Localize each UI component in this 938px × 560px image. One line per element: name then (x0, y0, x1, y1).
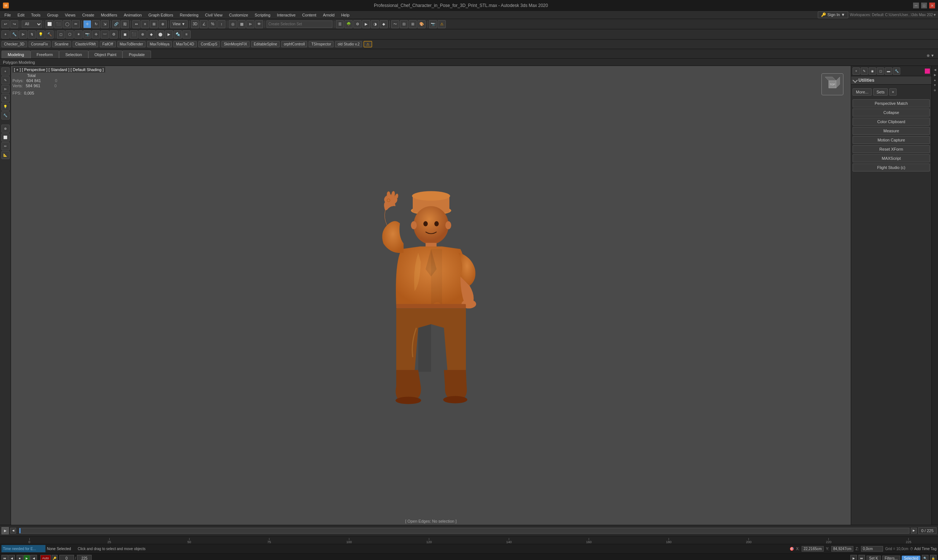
anim-play-btn[interactable]: ▶ (23, 555, 30, 560)
anim-last-btn[interactable]: ⏭ (858, 555, 865, 560)
rt-btn-3[interactable]: ▲ (932, 78, 938, 83)
active-shade-btn[interactable]: ◑ (371, 20, 379, 28)
anim-first-btn[interactable]: ⏮ (2, 555, 8, 560)
left-hier-btn[interactable]: ⊳ (2, 85, 9, 93)
systems-btn[interactable]: ⚙ (109, 31, 118, 38)
minimize-button[interactable]: ─ (913, 3, 919, 8)
helper-btn[interactable]: ✛ (92, 31, 100, 38)
dope-sheet-btn[interactable]: ⊟ (400, 20, 408, 28)
spinner-snap-btn[interactable]: ↕ (217, 20, 225, 28)
menu-customize[interactable]: Customize (226, 12, 251, 18)
render-setup-btn[interactable]: ⚙ (354, 20, 361, 28)
left-snap-btn[interactable]: ⊕ (2, 125, 9, 133)
utilities-tab-btn[interactable]: 🔨 (45, 31, 54, 38)
filters-btn[interactable]: Filters... (882, 555, 901, 560)
menu-create[interactable]: Create (79, 12, 97, 18)
sets-btn[interactable]: Sets (873, 88, 888, 95)
plugin-editablespline[interactable]: EditableSpline (251, 41, 280, 47)
menu-content[interactable]: Content (299, 12, 319, 18)
rp-edit-btn[interactable]: ✎ (861, 68, 868, 75)
link-btn[interactable]: 🔗 (112, 20, 120, 28)
close-button[interactable]: ✕ (929, 3, 935, 8)
shape-btn[interactable]: ⬡ (66, 31, 74, 38)
scene-explorer-btn[interactable]: 🌳 (344, 20, 353, 28)
motion-capture-btn[interactable]: Motion Capture (853, 136, 930, 144)
snap-3d-btn[interactable]: 3D (191, 20, 199, 28)
anim-auto-key-btn[interactable]: Auto (40, 555, 51, 560)
rt-btn-5[interactable]: ⊕ (932, 88, 938, 93)
display-btn[interactable]: 👁 (255, 20, 263, 28)
menu-animation[interactable]: Animation (121, 12, 145, 18)
snap2-btn[interactable]: ⊕ (138, 31, 147, 38)
warning-btn[interactable]: ⚠ (438, 20, 446, 28)
menu-help[interactable]: Help (338, 12, 353, 18)
view-dropdown-btn[interactable]: View ▼ (170, 20, 188, 28)
timeline-prev-btn[interactable]: ◀ (10, 528, 16, 534)
plugin-falloff[interactable]: FallOff (100, 41, 115, 47)
tab-populate[interactable]: Populate (122, 51, 151, 58)
hierarchy-btn[interactable]: ⊳ (246, 20, 254, 28)
light-btn[interactable]: ☀ (74, 31, 83, 38)
color-swatch[interactable] (925, 69, 930, 74)
reset-xform-btn[interactable]: Reset XForm (853, 145, 930, 153)
lock-btn[interactable]: 🔒 (930, 555, 936, 560)
isolate-btn[interactable]: ◎ (229, 20, 237, 28)
left-paint-btn[interactable]: ✏ (2, 142, 9, 150)
plugin-maxtoc4d[interactable]: MaxToC4D (174, 41, 197, 47)
menu-rendering[interactable]: Rendering (177, 12, 201, 18)
unlink-btn[interactable]: ⛓ (121, 20, 129, 28)
anim-stop-btn[interactable]: ■ (17, 555, 23, 560)
anim2-btn[interactable]: ▶ (165, 31, 173, 38)
menu-civil-view[interactable]: Civil View (202, 12, 225, 18)
plugin-warning[interactable]: ⚠ (364, 41, 372, 47)
anim-set-key-btn[interactable]: 🔑 (52, 555, 58, 560)
paint-select-btn[interactable]: ✏ (72, 20, 80, 28)
left-create-btn[interactable]: + (2, 68, 9, 75)
plugin-coronafix[interactable]: CoronaFix (29, 41, 51, 47)
create-btn[interactable]: + (2, 31, 9, 38)
plugin-contexps[interactable]: ContExpS (198, 41, 220, 47)
motion-btn[interactable]: ↯ (28, 31, 36, 38)
menu-file[interactable]: File (2, 12, 14, 18)
display-tab-btn[interactable]: 💡 (37, 31, 45, 38)
plugin-old-studio[interactable]: old Studio v.2 (335, 41, 362, 47)
left-modify-btn[interactable]: ✎ (2, 76, 9, 84)
select-move-btn[interactable]: ✛ (83, 20, 91, 28)
tab-modeling[interactable]: Modeling (2, 51, 31, 58)
left-measure-btn[interactable]: 📐 (2, 151, 9, 159)
menu-arnold[interactable]: Arnold (320, 12, 338, 18)
more-btn[interactable]: More... (853, 88, 872, 95)
scale-btn[interactable]: ⇲ (101, 20, 109, 28)
list-icon-btn[interactable]: ≡ (889, 88, 896, 95)
rotate-btn[interactable]: ↻ (92, 20, 100, 28)
menu-edit[interactable]: Edit (15, 12, 28, 18)
collapse-btn[interactable]: Collapse (853, 108, 930, 117)
plugin-orphfcontroll[interactable]: orphfControll (281, 41, 307, 47)
group-btn[interactable]: ▦ (238, 20, 246, 28)
mirror-btn[interactable]: ⇔ (132, 20, 140, 28)
spacing-btn[interactable]: ⊞ (150, 20, 158, 28)
menu-group[interactable]: Group (44, 12, 61, 18)
clone-btn[interactable]: ⊕ (159, 20, 167, 28)
rt-btn-1[interactable]: ◀ (932, 68, 938, 72)
anim-play-rev-btn[interactable]: ◀ (31, 555, 37, 560)
timeline-bar[interactable] (19, 528, 909, 534)
hierarchy-tab-btn[interactable]: ⊳ (19, 31, 27, 38)
layer-mgr-btn[interactable]: ☰ (336, 20, 344, 28)
rt-btn-4[interactable]: ▼ (932, 83, 938, 88)
rt-btn-2[interactable]: ▶ (932, 72, 938, 77)
modify-btn[interactable]: 🔧 (10, 31, 18, 38)
rp-bar-btn[interactable]: ▬ (885, 68, 892, 75)
color-clipboard-btn[interactable]: 🎨 (418, 20, 426, 28)
frame-input[interactable] (59, 555, 74, 560)
align-btn[interactable]: ≡ (141, 20, 149, 28)
geom-btn[interactable]: ◻ (57, 31, 65, 38)
camera-btn[interactable]: 📷 (83, 31, 91, 38)
rp-tool-btn[interactable]: 🔧 (893, 68, 900, 75)
model2-btn[interactable]: ◼ (121, 31, 129, 38)
undo-btn[interactable]: ↩ (2, 20, 9, 28)
rp-rect-btn[interactable]: ◻ (877, 68, 884, 75)
flight-studio-btn[interactable]: Flight Studio (c) (853, 163, 930, 172)
left-select-btn[interactable]: ⬜ (2, 134, 9, 142)
anim-prev-btn[interactable]: ◀ (8, 555, 15, 560)
